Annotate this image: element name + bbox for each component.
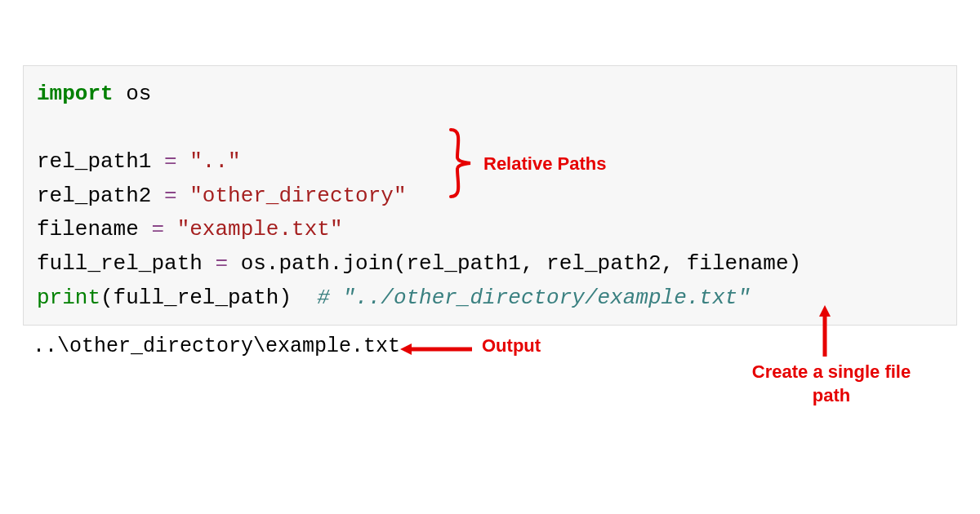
code-block: import os rel_path1 = ".." rel_path2 = "…: [23, 65, 957, 326]
code-line-relpath2: rel_path2 = "other_directory": [37, 179, 943, 214]
annotation-relative-paths: Relative Paths: [483, 153, 606, 175]
code-line-print: print(full_rel_path) # "../other_directo…: [37, 281, 943, 316]
blank-line: [37, 112, 943, 146]
code-line-fullrelpath: full_rel_path = os.path.join(rel_path1, …: [37, 247, 943, 281]
module-os: os: [114, 82, 152, 106]
annotation-create-path: Create a single file path: [750, 361, 913, 407]
keyword-import: import: [37, 82, 114, 106]
svg-marker-3: [819, 305, 831, 317]
annotation-output: Output: [482, 335, 541, 357]
brace-icon: [449, 128, 474, 198]
annotation-create-line2: path: [813, 385, 850, 405]
arrow-up-icon: [817, 305, 833, 362]
arrow-left-icon: [400, 341, 474, 361]
output-text: ..\other_directory\example.txt: [33, 335, 400, 358]
code-line-import: import os: [37, 78, 943, 112]
annotation-create-line1: Create a single file: [752, 361, 911, 382]
code-line-filename: filename = "example.txt": [37, 213, 943, 247]
svg-marker-1: [400, 343, 412, 355]
